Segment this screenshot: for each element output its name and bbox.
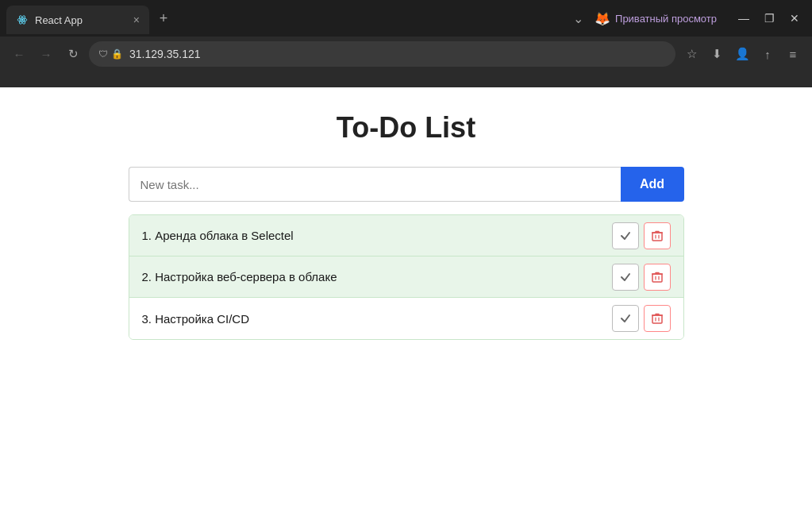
task-text: 3. Настройка CI/CD: [142, 312, 612, 326]
svg-rect-9: [652, 274, 662, 282]
nav-bar: ← → ↻ 🛡 🔒 31.129.35.121 ☆ ⬇ 👤 ↑ ≡: [0, 37, 812, 71]
nav-right-controls: ☆ ⬇ 👤 ↑ ≡: [680, 43, 804, 65]
page-title: To-Do List: [337, 111, 475, 145]
task-list: 1. Аренда облака в Selectel 2. Настройка…: [129, 214, 684, 340]
active-tab[interactable]: React App ×: [6, 6, 149, 34]
task-delete-button[interactable]: [644, 222, 671, 249]
bookmark-button[interactable]: ☆: [680, 43, 702, 65]
react-icon: [16, 14, 29, 26]
task-item: 3. Настройка CI/CD: [129, 298, 683, 339]
task-item: 2. Настройка веб-сервера в облаке: [129, 256, 683, 298]
address-bar[interactable]: 🛡 🔒 31.129.35.121: [89, 41, 675, 67]
tab-close-button[interactable]: ×: [133, 14, 140, 26]
account-button[interactable]: 👤: [731, 43, 753, 65]
private-label: Приватный просмотр: [615, 13, 717, 25]
task-text: 1. Аренда облака в Selectel: [142, 229, 612, 242]
task-actions: [612, 264, 671, 291]
task-complete-button[interactable]: [612, 305, 639, 332]
extensions-button[interactable]: ↑: [756, 43, 779, 65]
dropdown-button[interactable]: ⌄: [568, 8, 588, 29]
reload-button[interactable]: ↻: [62, 43, 84, 65]
task-complete-button[interactable]: [612, 222, 639, 249]
tab-bar: React App × + ⌄ 🦊 Приватный просмотр — ❐…: [0, 0, 812, 37]
back-button[interactable]: ←: [8, 43, 30, 65]
private-icon: 🦊: [595, 11, 610, 26]
add-task-button[interactable]: Add: [621, 167, 684, 202]
private-mode-badge: 🦊 Приватный просмотр: [595, 11, 717, 26]
svg-point-0: [21, 19, 24, 21]
tab-bar-right: ⌄ 🦊 Приватный просмотр — ❐ ✕: [568, 7, 806, 29]
task-actions: [612, 222, 671, 249]
close-window-button[interactable]: ✕: [783, 7, 806, 29]
forward-button[interactable]: →: [35, 43, 57, 65]
task-item: 1. Аренда облака в Selectel: [129, 215, 683, 256]
new-tab-button[interactable]: +: [152, 7, 175, 29]
tab-title: React App: [35, 14, 83, 26]
task-actions: [612, 305, 671, 332]
browser-chrome: React App × + ⌄ 🦊 Приватный просмотр — ❐…: [0, 0, 812, 87]
shield-icon: 🛡: [98, 48, 108, 60]
window-controls: — ❐ ✕: [733, 7, 806, 29]
task-text: 2. Настройка веб-сервера в облаке: [142, 270, 612, 284]
input-row: Add: [129, 167, 684, 202]
task-delete-button[interactable]: [644, 305, 671, 332]
address-security-icons: 🛡 🔒: [98, 48, 123, 60]
svg-rect-14: [652, 315, 662, 323]
menu-button[interactable]: ≡: [782, 43, 804, 65]
maximize-button[interactable]: ❐: [758, 7, 780, 29]
svg-rect-4: [652, 233, 662, 241]
minimize-button[interactable]: —: [733, 7, 755, 29]
task-complete-button[interactable]: [612, 264, 639, 291]
new-task-input[interactable]: [129, 167, 621, 202]
page-content: To-Do List Add 1. Аренда облака в Select…: [0, 87, 812, 513]
address-text: 31.129.35.121: [129, 48, 201, 60]
task-delete-button[interactable]: [644, 264, 671, 291]
pocket-button[interactable]: ⬇: [706, 43, 728, 65]
lock-icon: 🔒: [111, 48, 123, 60]
